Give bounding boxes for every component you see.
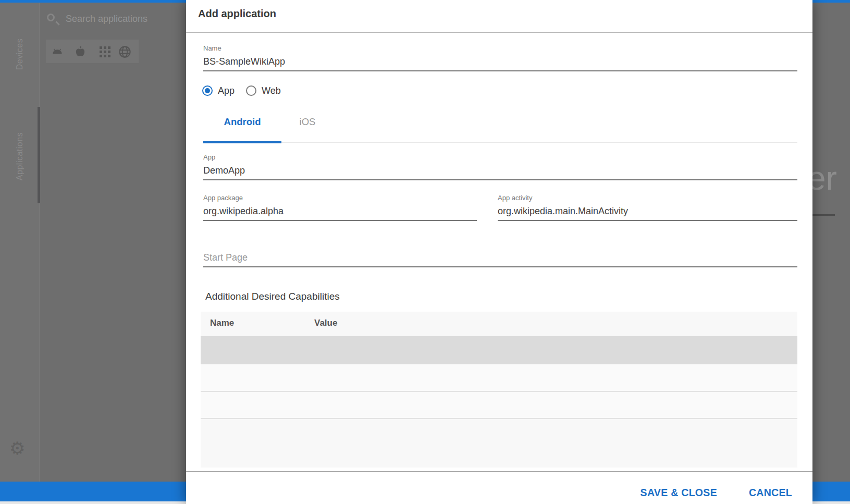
dialog-footer: SAVE & CLOSE CANCEL <box>186 472 812 504</box>
name-field-label: Name <box>203 44 221 52</box>
tab-bar-border <box>203 142 797 143</box>
app-activity-field[interactable] <box>498 206 797 221</box>
radio-web[interactable] <box>246 85 256 96</box>
column-header-value: Value <box>314 318 337 328</box>
start-page-field[interactable] <box>203 252 797 267</box>
background-field-underline <box>812 214 835 216</box>
name-field[interactable] <box>203 56 797 71</box>
active-tab-underline <box>203 141 281 143</box>
app-field[interactable] <box>203 165 797 180</box>
apple-icon[interactable] <box>73 44 88 59</box>
screen: Devices Applications ⚙ Search applicatio… <box>0 0 850 504</box>
title-divider <box>186 32 812 33</box>
capabilities-table: Name Value <box>201 312 797 468</box>
grid-icon[interactable] <box>97 44 112 59</box>
table-row[interactable] <box>201 336 797 364</box>
tab-ios[interactable]: iOS <box>281 112 334 132</box>
app-package-field[interactable] <box>203 206 477 221</box>
app-activity-label: App activity <box>498 194 532 202</box>
search-placeholder: Search applications <box>66 14 147 24</box>
table-row[interactable] <box>201 392 797 419</box>
dialog-title: Add application <box>198 8 276 20</box>
sidebar-active-indicator <box>38 107 40 203</box>
search-input[interactable]: Search applications <box>45 11 180 28</box>
sidebar-item-applications[interactable]: Applications <box>15 120 24 193</box>
table-row[interactable] <box>201 364 797 392</box>
settings-gear-icon[interactable]: ⚙ <box>9 438 25 458</box>
radio-app[interactable] <box>202 85 213 96</box>
column-header-name: Name <box>210 318 234 328</box>
app-type-radio-group: App Web <box>202 84 281 97</box>
radio-app-label: App <box>218 85 235 96</box>
globe-icon[interactable] <box>117 44 132 59</box>
platform-tabs: Android iOS <box>203 112 334 132</box>
save-close-button[interactable]: SAVE & CLOSE <box>640 487 717 499</box>
capabilities-heading: Additional Desired Capabilities <box>205 291 340 302</box>
app-package-label: App package <box>203 194 243 202</box>
table-row[interactable] <box>201 419 797 468</box>
capabilities-table-header: Name Value <box>201 312 797 336</box>
cancel-button[interactable]: CANCEL <box>749 487 792 499</box>
platform-filter-bar <box>46 40 139 63</box>
left-sidebar: Devices Applications ⚙ <box>0 3 40 504</box>
tab-android[interactable]: Android <box>203 112 281 132</box>
android-icon[interactable] <box>50 44 65 59</box>
add-application-dialog: Add application Name App Web Android iOS… <box>186 0 812 504</box>
sidebar-item-devices[interactable]: Devices <box>15 28 24 80</box>
radio-web-label: Web <box>262 85 281 96</box>
app-field-label: App <box>203 153 215 161</box>
